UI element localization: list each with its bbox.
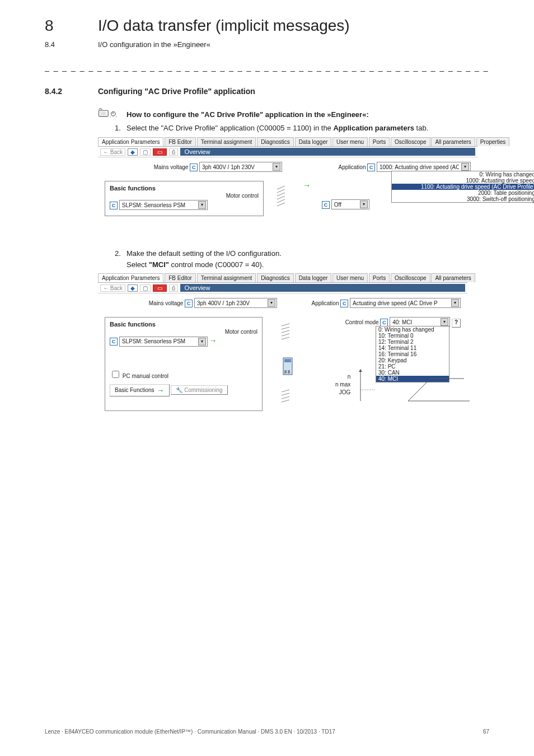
tab-ports[interactable]: Ports <box>369 273 390 282</box>
chevron-down-icon: ▾ <box>268 299 275 307</box>
tab-properties[interactable]: Properties <box>476 137 510 146</box>
mains-voltage-label: Mains voltage <box>149 300 184 306</box>
svg-rect-0 <box>99 110 109 116</box>
basic-functions-title: Basic functions <box>110 321 257 328</box>
help-button[interactable]: ? <box>452 319 461 328</box>
tab-fb-editor[interactable]: FB Editor <box>165 137 196 146</box>
overview-header: Overview <box>180 284 465 292</box>
page-footer: Lenze · E84AYCEO communication module (E… <box>45 729 489 735</box>
toolbar-icon-1[interactable]: ▢ <box>140 148 151 156</box>
app-option-0[interactable]: 0: Wiring has changed <box>392 171 534 178</box>
tab-user-menu[interactable]: User menu <box>332 137 368 146</box>
motor-control-dropdown[interactable]: SLPSM: Sensorless PSM ▾ <box>119 200 208 210</box>
step-2-post: control mode (C00007 = 40). <box>169 260 264 269</box>
back-button[interactable]: ← Back <box>100 148 125 156</box>
step-1-pre: Select the "AC Drive Profile" applicatio… <box>127 124 333 132</box>
tab-ports[interactable]: Ports <box>369 137 390 146</box>
cm-option-10[interactable]: 10: Terminal 0 <box>376 333 449 339</box>
mains-voltage-dropdown[interactable]: 3ph 400V / 1ph 230V ▾ <box>194 298 277 308</box>
application-value: Actuating drive speed (AC Drive P <box>353 300 438 306</box>
tab-fb-editor[interactable]: FB Editor <box>165 273 196 282</box>
application-value: 1000: Actuating drive speed (AC <box>380 164 459 170</box>
chapter-title: I/O data transfer (implicit messages) <box>98 17 350 35</box>
c-badge[interactable]: C <box>367 164 375 171</box>
toolbar-icon-1[interactable]: ▢ <box>140 284 151 292</box>
tab-oscilloscope[interactable]: Oscilloscope <box>391 137 430 146</box>
footer-text: Lenze · E84AYCEO communication module (E… <box>45 729 335 735</box>
pc-manual-control-checkbox[interactable] <box>112 371 119 378</box>
cm-option-20[interactable]: 20: Keypad <box>376 357 449 363</box>
chevron-down-icon: ▾ <box>441 318 448 326</box>
step-2-bold: "MCI" <box>149 260 169 269</box>
mains-voltage-label: Mains voltage <box>154 164 189 170</box>
toolbar-icon-3[interactable]: ⎙ <box>169 284 178 292</box>
subsection-number: 8.4.2 <box>45 87 62 96</box>
section-number: 8.4 <box>45 40 55 49</box>
application-dropdown[interactable]: Actuating drive speed (AC Drive P ▾ <box>350 298 461 308</box>
tab-user-menu[interactable]: User menu <box>332 273 368 282</box>
info-icon[interactable]: ◆ <box>128 284 138 292</box>
cm-option-12[interactable]: 12: Terminal 2 <box>376 339 449 345</box>
c-badge[interactable]: C <box>340 300 348 307</box>
procedure-icon <box>98 106 119 118</box>
tab-application-parameters[interactable]: Application Parameters <box>98 137 163 146</box>
tab-all-parameters[interactable]: All parameters <box>431 273 475 282</box>
back-button[interactable]: ← Back <box>100 284 125 292</box>
toolbar-icon-3[interactable]: ⎙ <box>169 148 178 156</box>
nmax-label: n max <box>335 381 350 389</box>
n-label: n <box>335 373 350 381</box>
tab-oscilloscope[interactable]: Oscilloscope <box>391 273 430 282</box>
basic-functions-button-label: Basic Functions <box>115 387 154 393</box>
control-mode-value: 40: MCI <box>392 319 412 325</box>
basic-functions-button[interactable]: Basic Functions → <box>110 384 170 396</box>
tab-terminal-assignment[interactable]: Terminal assignment <box>197 273 256 282</box>
c-badge[interactable]: C <box>185 300 193 307</box>
tab-terminal-assignment[interactable]: Terminal assignment <box>197 137 256 146</box>
commissioning-button[interactable]: 🔧 Commissioning <box>171 385 227 395</box>
divider: _ _ _ _ _ _ _ _ _ _ _ _ _ _ _ _ _ _ _ _ … <box>45 63 489 72</box>
step-2-pre: Select <box>127 260 149 269</box>
process-controller-value: Off <box>334 202 341 208</box>
step-1-bold: Application parameters <box>333 124 414 132</box>
step-2-number: 2. <box>115 249 121 258</box>
tabstrip-1: Application Parameters FB Editor Termina… <box>98 137 477 147</box>
tab-diagnostics[interactable]: Diagnostics <box>257 137 294 146</box>
application-label: Application <box>339 164 366 170</box>
step-1-text: Select the "AC Drive Profile" applicatio… <box>127 124 428 132</box>
c-badge[interactable]: C <box>110 202 118 209</box>
svg-rect-7 <box>284 370 287 374</box>
arrow-right-icon: → <box>209 336 217 345</box>
cm-option-0[interactable]: 0: Wiring has changed <box>376 326 449 333</box>
process-controller-dropdown[interactable]: Off ▾ <box>331 199 369 209</box>
c-badge[interactable]: C <box>380 319 388 326</box>
chevron-down-icon: ▾ <box>273 163 280 171</box>
c-badge[interactable]: C <box>190 164 198 171</box>
chevron-down-icon: ▾ <box>198 201 206 209</box>
application-option-list[interactable]: 0: Wiring has changed 1000: Actuating dr… <box>391 171 534 203</box>
basic-functions-title: Basic functions <box>110 185 259 192</box>
section-title: I/O configuration in the »Engineer« <box>98 40 210 49</box>
tab-application-parameters[interactable]: Application Parameters <box>98 273 163 282</box>
chevron-down-icon: ▾ <box>198 338 206 346</box>
tab-data-logger[interactable]: Data logger <box>295 137 332 146</box>
tab-all-parameters[interactable]: All parameters <box>431 137 475 146</box>
toolbar-icon-2[interactable]: ▭ <box>153 148 167 156</box>
motor-control-dropdown[interactable]: SLPSM: Sensorless PSM ▾ <box>119 337 208 347</box>
cm-option-16[interactable]: 16: Terminal 16 <box>376 351 449 357</box>
tab-data-logger[interactable]: Data logger <box>295 273 332 282</box>
tab-diagnostics[interactable]: Diagnostics <box>257 273 294 282</box>
app-option-1100[interactable]: 1100: Actuating drive speed (AC Drive Pr… <box>392 184 534 190</box>
toolbar-icon-2[interactable]: ▭ <box>153 284 167 292</box>
application-label: Application <box>312 300 339 306</box>
app-option-2000[interactable]: 2000: Table positioning <box>392 190 534 196</box>
toolbar-1: ← Back ◆ ▢ ▭ ⎙ Overview <box>98 147 477 157</box>
c-badge[interactable]: C <box>322 201 330 209</box>
mains-voltage-dropdown[interactable]: 3ph 400V / 1ph 230V ▾ <box>199 162 282 172</box>
info-icon[interactable]: ◆ <box>128 148 138 156</box>
app-option-1000[interactable]: 1000: Actuating drive speed <box>392 178 534 184</box>
cm-option-14[interactable]: 14: Terminal 11 <box>376 345 449 351</box>
control-mode-label: Control mode <box>345 319 379 325</box>
c-badge[interactable]: C <box>110 338 118 346</box>
step-1-number: 1. <box>115 124 121 132</box>
app-option-3000[interactable]: 3000: Switch-off positioning <box>392 196 534 202</box>
